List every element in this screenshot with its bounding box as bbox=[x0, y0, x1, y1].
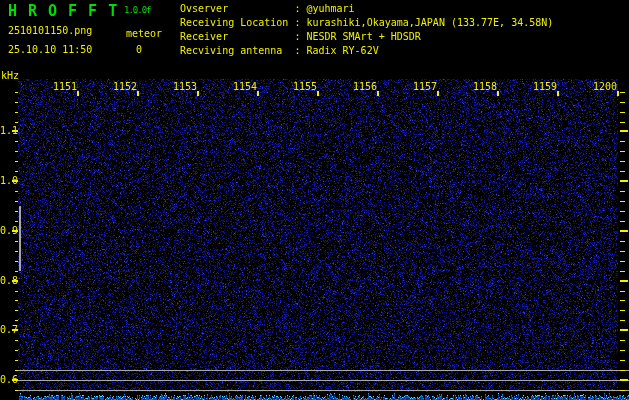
freq-tick-label: 0.7 bbox=[0, 324, 12, 335]
hrofft-window: { "app": { "title": "HROFFT", "version":… bbox=[0, 0, 629, 400]
time-tick-label: 1158 bbox=[472, 81, 498, 92]
time-tick-label: 1155 bbox=[292, 81, 318, 92]
time-tick-label: 1156 bbox=[352, 81, 378, 92]
freq-tick-label: 0.9 bbox=[0, 225, 12, 236]
time-tick-label: 1157 bbox=[412, 81, 438, 92]
time-tick-label: 1159 bbox=[532, 81, 558, 92]
time-tick-label: 1151 bbox=[52, 81, 78, 92]
freq-tick-label: 1.1 bbox=[0, 125, 12, 136]
time-tick-label: 1152 bbox=[112, 81, 138, 92]
time-tick-label: 1153 bbox=[172, 81, 198, 92]
freq-tick-label: 0.8 bbox=[0, 275, 12, 286]
axis-labels-layer: 0.60.70.80.91.01.11151115211531154115511… bbox=[0, 0, 629, 400]
time-tick-label: 1200 bbox=[592, 81, 618, 92]
freq-tick-label: 0.6 bbox=[0, 374, 12, 385]
freq-tick-label: 1.0 bbox=[0, 175, 12, 186]
time-tick-label: 1154 bbox=[232, 81, 258, 92]
